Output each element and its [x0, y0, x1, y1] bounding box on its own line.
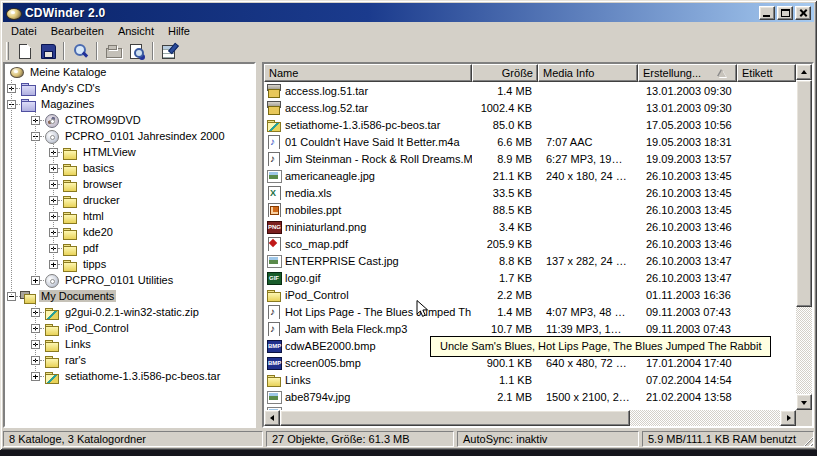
close-button[interactable]: [795, 6, 811, 20]
file-created: 26.10.2003 13:46: [638, 221, 737, 233]
tree-item-htmlview[interactable]: HTMLView: [5, 144, 254, 160]
tree-item-pdf[interactable]: pdf: [5, 240, 254, 256]
file-name: access.log.51.tar: [285, 85, 368, 97]
minimize-button[interactable]: [759, 6, 775, 20]
tooltip: Uncle Sam's Blues, Hot Lips Page, The Bl…: [430, 336, 771, 357]
tree-item-tipps[interactable]: tipps: [5, 256, 254, 272]
horizontal-scrollbar[interactable]: [264, 410, 796, 426]
tree-item-setiathome-1-3-i586-pc-beos-tar[interactable]: setiathome-1.3.i586-pc-beos.tar: [5, 368, 254, 384]
zip-folder-icon: [44, 305, 60, 320]
file-row-media-xls[interactable]: media.xls 33.5 KB 26.10.2003 13:45: [264, 184, 796, 201]
tree-item-drucker[interactable]: drucker: [5, 192, 254, 208]
tree-item-g2gui-0-2-1-win32-static-zip[interactable]: g2gui-0.2.1-win32-static.zip: [5, 304, 254, 320]
catalog-tree: Meine Kataloge Andy's CD's Magazines CTR…: [3, 62, 256, 428]
file-row-jam-with-bela-fleck-mp3[interactable]: Jam with Bela Fleck.mp3 10.7 MB 11:39 MP…: [264, 320, 796, 337]
file-row-hot-lips-page-the-blues-jumped-th[interactable]: Hot Lips Page - The Blues Jumped Th… 1.4…: [264, 303, 796, 320]
column-header-etikett[interactable]: Etikett: [737, 64, 796, 82]
tree-item-andy-s-cd-s[interactable]: Andy's CD's: [5, 80, 254, 96]
file-row-logo-gif[interactable]: logo.gif 1.7 KB 26.10.2003 13:47: [264, 269, 796, 286]
scroll-down-button[interactable]: [796, 394, 812, 410]
new-catalog-button[interactable]: [13, 40, 36, 62]
file-row-sco-map-pdf[interactable]: sco_map.pdf 205.9 KB 26.10.2003 13:46: [264, 235, 796, 252]
tree-item-rar-s[interactable]: rar's: [5, 352, 254, 368]
file-created: 26.10.2003 13:47: [638, 255, 737, 267]
vertical-scrollbar[interactable]: [796, 64, 812, 410]
column-header-name[interactable]: Name: [264, 64, 472, 82]
file-row-01-couldn-t-have-said-it-better-m4a[interactable]: 01 Couldn't Have Said It Better.m4a 6.6 …: [264, 133, 796, 150]
tree-item-browser[interactable]: browser: [5, 176, 254, 192]
column-header-gr-e[interactable]: Größe: [472, 64, 538, 82]
vertical-scroll-thumb[interactable]: [796, 80, 812, 307]
file-row-access-log-52-tar[interactable]: access.log.52.tar 1002.4 KB 13.01.2003 0…: [264, 99, 796, 116]
save-floppy-icon: [39, 43, 56, 59]
file-media-info: 4:07 MP3, 48 …: [538, 306, 638, 318]
file-created: 26.10.2003 13:45: [638, 204, 737, 216]
file-row-miniaturland-png[interactable]: miniaturland.png 3.4 KB 26.10.2003 13:46: [264, 218, 796, 235]
tree-item-html[interactable]: html: [5, 208, 254, 224]
file-size: 33.5 KB: [472, 187, 538, 199]
file-size: 3.4 KB: [472, 221, 538, 233]
file-size: 6.6 MB: [472, 136, 538, 148]
folder-icon: [62, 209, 78, 224]
png-icon: [266, 219, 282, 234]
file-row-jim-steinman-rock-roll-dreams-mp3[interactable]: Jim Steinman - Rock & Roll Dreams.MP3 8.…: [264, 150, 796, 167]
folder-icon: [44, 321, 60, 336]
tree-item-ctrom99dvd[interactable]: CTROM99DVD: [5, 112, 254, 128]
audio-mp3-icon: [266, 304, 282, 319]
file-size: 1.4 MB: [472, 85, 538, 97]
preview-button[interactable]: [125, 40, 148, 62]
file-created: 26.10.2003 13:45: [638, 170, 737, 182]
file-name: Jam with Bela Fleck.mp3: [285, 323, 407, 335]
search-button[interactable]: [69, 40, 92, 62]
column-header-erstellung[interactable]: Erstellung...: [638, 64, 737, 82]
properties-form-icon: [161, 43, 178, 59]
file-name: americaneagle.jpg: [285, 170, 375, 182]
menu-datei[interactable]: Datei: [4, 24, 44, 38]
file-size: 2.2 MB: [472, 289, 538, 301]
file-row-enterprise-cast-jpg[interactable]: ENTERPRISE Cast.jpg 8.8 KB 137 x 282, 24…: [264, 252, 796, 269]
menu-hilfe[interactable]: Hilfe: [161, 24, 197, 38]
tree-item-magazines[interactable]: Magazines: [5, 96, 254, 112]
maximize-button[interactable]: [777, 6, 793, 20]
file-row-americaneagle-jpg[interactable]: americaneagle.jpg 21.1 KB 240 x 180, 24 …: [264, 167, 796, 184]
tree-item-links[interactable]: Links: [5, 336, 254, 352]
tree-item-basics[interactable]: basics: [5, 160, 254, 176]
title-bar[interactable]: CDWinder 2.0: [3, 3, 814, 22]
file-name: Links: [285, 374, 311, 386]
resize-grip-icon[interactable]: [801, 434, 813, 446]
tree-item-meine-kataloge[interactable]: Meine Kataloge: [5, 64, 254, 80]
file-created: 19.05.2003 18:31: [638, 136, 737, 148]
open-catalog-button: [102, 40, 125, 62]
properties-button[interactable]: [158, 40, 181, 62]
file-name: iPod_Control: [285, 289, 349, 301]
column-header-media-info[interactable]: Media Info: [538, 64, 638, 82]
file-row-links[interactable]: Links 1.1 KB 07.02.2004 14:54: [264, 371, 796, 388]
toolbar-grip[interactable]: [6, 42, 9, 60]
horizontal-scroll-thumb[interactable]: [280, 410, 630, 426]
scroll-right-button[interactable]: [780, 410, 796, 426]
scroll-left-button[interactable]: [264, 410, 280, 426]
file-row-setiathome-1-3-i586-pc-beos-tar[interactable]: setiathome-1.3.i586-pc-beos.tar 85.0 KB …: [264, 116, 796, 133]
tree-item-pcpro-0101-jahresindex-2000[interactable]: PCPRO_0101 Jahresindex 2000: [5, 128, 254, 144]
folder-icon: [44, 337, 60, 352]
file-row-ipod-control[interactable]: iPod_Control 2.2 MB 01.11.2003 16:36: [264, 286, 796, 303]
file-row-mobiles-ppt[interactable]: mobiles.ppt 88.5 KB 26.10.2003 13:45: [264, 201, 796, 218]
file-size: 21.1 KB: [472, 170, 538, 182]
tree-item-my-documents[interactable]: My Documents: [5, 288, 254, 304]
menu-bearbeiten[interactable]: Bearbeiten: [44, 24, 111, 38]
image-icon: [266, 168, 282, 183]
file-row-access-log-51-tar[interactable]: access.log.51.tar 1.4 MB 13.01.2003 09:3…: [264, 82, 796, 99]
folder-blue-icon: [20, 81, 36, 96]
save-catalog-button[interactable]: [36, 40, 59, 62]
tree-item-ipod-control[interactable]: iPod_Control: [5, 320, 254, 336]
file-row-abe8794v-jpg[interactable]: abe8794v.jpg 2.1 MB 1500 x 2100, 2… 21.0…: [264, 388, 796, 405]
tree-item-kde20[interactable]: kde20: [5, 224, 254, 240]
folder-icon: [62, 193, 78, 208]
file-media-info: 11:39 MP3, 1…: [538, 323, 638, 335]
scroll-up-button[interactable]: [796, 64, 812, 80]
file-created: 13.01.2003 09:30: [638, 102, 737, 114]
file-name: access.log.52.tar: [285, 102, 368, 114]
file-size: 1.7 KB: [472, 272, 538, 284]
menu-ansicht[interactable]: Ansicht: [111, 24, 161, 38]
tree-item-pcpro-0101-utilities[interactable]: PCPRO_0101 Utilities: [5, 272, 254, 288]
